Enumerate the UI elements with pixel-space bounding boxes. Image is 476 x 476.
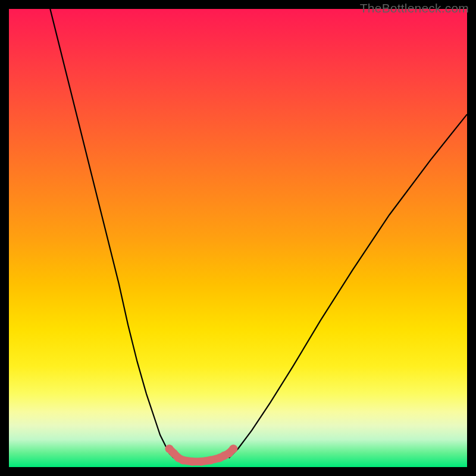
curve-overlay [9,9,467,467]
right-curve [229,114,467,458]
valley-dot [206,456,215,465]
valley-dot [188,458,196,466]
plot-area [9,9,467,467]
valley-dot [229,444,237,453]
outer-frame: TheBottleneck.com [0,0,476,476]
valley-dot [179,456,187,465]
watermark-text: TheBottleneck.com [360,1,469,15]
valley-dot [197,458,205,466]
left-curve [50,9,174,458]
valley-marker-dots [165,444,238,466]
